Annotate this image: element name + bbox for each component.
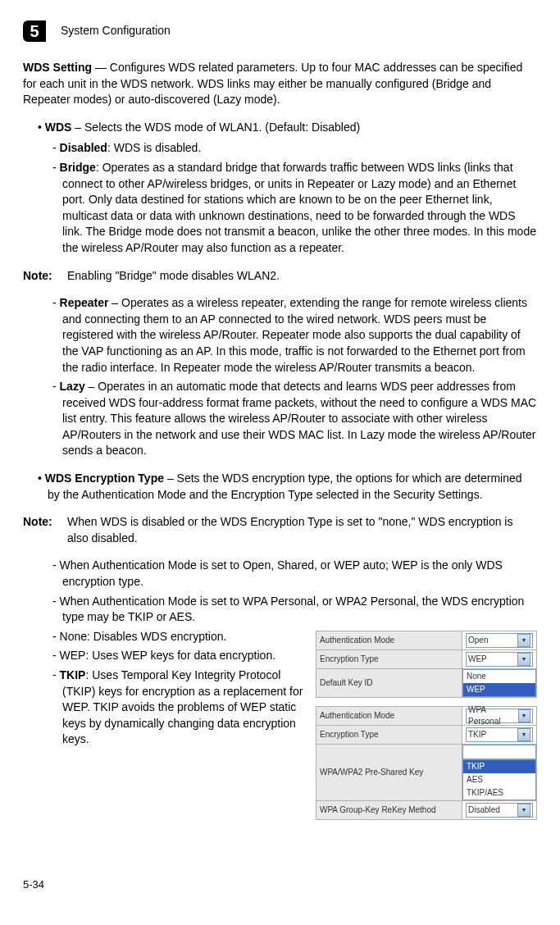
chevron-down-icon[interactable]: ▾ xyxy=(517,804,530,817)
wds-setting-text: — Configures WDS related parameters. Up … xyxy=(23,61,522,106)
ui1-enc-value-text: WEP xyxy=(468,654,487,665)
sub2-text: When Authentication Mode is set to WPA P… xyxy=(60,595,525,624)
chevron-down-icon[interactable]: ▾ xyxy=(517,728,530,741)
ui1-key-label: Default Key ID xyxy=(316,668,462,697)
chevron-down-icon[interactable]: ▾ xyxy=(517,653,530,666)
lazy-heading: Lazy xyxy=(60,380,85,393)
chevron-down-icon[interactable]: ▾ xyxy=(517,634,530,647)
ui2-drop-opt-tkip[interactable]: TKIP xyxy=(463,760,535,773)
bridge-heading: Bridge xyxy=(60,161,96,174)
ui-table-2: Authentication Mode WPA Personal▾ Encryp… xyxy=(316,706,537,820)
ui2-rekey-value-text: Disabled xyxy=(468,804,500,816)
ui-table-1: Authentication Mode Open▾ Encryption Typ… xyxy=(316,631,537,698)
wds-text: – Selects the WDS mode of WLAN1. (Defaul… xyxy=(71,121,360,134)
page-number: 5-34 xyxy=(23,877,537,892)
ui2-psk-input[interactable] xyxy=(462,745,536,759)
sub4-text: WEP: Uses WEP keys for data encryption. xyxy=(60,649,276,662)
disabled-text: : WDS is disabled. xyxy=(107,141,201,154)
ui2-drop-opt-aes[interactable]: AES xyxy=(463,773,535,786)
ui1-enc-label: Encryption Type xyxy=(316,649,462,668)
note-1-text: Enabling "Bridge" mode disables WLAN2. xyxy=(67,268,537,285)
repeater-heading: Repeater xyxy=(60,296,109,309)
page-header: 5 System Configuration xyxy=(23,21,537,42)
sub1-text: When Authentication Mode is set to Open,… xyxy=(60,558,503,588)
bridge-bullet: Bridge: Operates as a standard bridge th… xyxy=(52,160,537,257)
bridge-text: : Operates as a standard bridge that for… xyxy=(62,161,536,254)
note-1-label: Note: xyxy=(23,268,67,285)
wds-setting-para: WDS Setting — Configures WDS related par… xyxy=(23,60,537,108)
note-2-label: Note: xyxy=(23,514,67,546)
header-title: System Configuration xyxy=(61,23,171,39)
lazy-text: – Operates in an automatic mode that det… xyxy=(62,380,536,457)
note-2-text: When WDS is disabled or the WDS Encrypti… xyxy=(67,514,537,546)
ui2-rekey-value[interactable]: Disabled▾ xyxy=(462,800,537,819)
ui2-drop-opt-tkipaes[interactable]: TKIP/AES xyxy=(463,786,535,800)
ui2-enc-value-text: TKIP xyxy=(468,729,486,740)
ui2-auth-label: Authentication Mode xyxy=(316,706,462,725)
ui1-enc-value[interactable]: WEP▾ xyxy=(462,649,537,668)
ui2-psk-label: WPA/WPA2 Pre-Shared Key xyxy=(316,744,462,800)
enc-type-bullet: WDS Encryption Type – Sets the WDS encry… xyxy=(38,471,537,503)
sub2-bullet: When Authentication Mode is set to WPA P… xyxy=(52,594,537,626)
ui1-drop-opt-none[interactable]: None xyxy=(463,670,535,683)
chapter-badge: 5 xyxy=(23,21,46,42)
ui2-enc-label: Encryption Type xyxy=(316,725,462,744)
ui2-auth-value[interactable]: WPA Personal▾ xyxy=(462,706,537,725)
repeater-bullet: Repeater – Operates as a wireless repeat… xyxy=(52,295,537,376)
ui1-key-dropdown[interactable]: None WEP xyxy=(462,668,537,697)
ui-screenshot-box: Authentication Mode Open▾ Encryption Typ… xyxy=(316,631,537,828)
ui1-auth-value[interactable]: Open▾ xyxy=(462,631,537,649)
sub3-text: None: Disables WDS encryption. xyxy=(60,630,227,643)
chevron-down-icon[interactable]: ▾ xyxy=(518,709,530,722)
ui2-psk-cell: TKIP AES TKIP/AES xyxy=(462,744,537,800)
tkip-heading: TKIP xyxy=(60,668,86,681)
ui1-auth-value-text: Open xyxy=(468,635,488,646)
tkip-text: : Uses Temporal Key Integrity Protocol (… xyxy=(62,668,303,745)
wds-setting-heading: WDS Setting xyxy=(23,61,92,74)
ui1-drop-opt-wep[interactable]: WEP xyxy=(463,683,535,696)
lazy-bullet: Lazy – Operates in an automatic mode tha… xyxy=(52,379,537,459)
wds-heading: WDS xyxy=(45,121,72,134)
sub1-bullet: When Authentication Mode is set to Open,… xyxy=(52,558,537,590)
ui2-enc-value[interactable]: TKIP▾ xyxy=(462,725,537,744)
note-2: Note: When WDS is disabled or the WDS En… xyxy=(23,514,537,546)
disabled-bullet: Disabled: WDS is disabled. xyxy=(52,140,537,157)
wds-bullet: WDS – Selects the WDS mode of WLAN1. (De… xyxy=(38,120,537,136)
repeater-text: – Operates as a wireless repeater, exten… xyxy=(62,296,527,373)
disabled-heading: Disabled xyxy=(60,141,107,154)
ui1-auth-label: Authentication Mode xyxy=(316,631,462,649)
note-1: Note: Enabling "Bridge" mode disables WL… xyxy=(23,268,537,285)
ui2-rekey-label: WPA Group-Key ReKey Method xyxy=(316,800,462,819)
ui2-auth-value-text: WPA Personal xyxy=(468,704,518,727)
enc-type-heading: WDS Encryption Type xyxy=(45,472,164,485)
